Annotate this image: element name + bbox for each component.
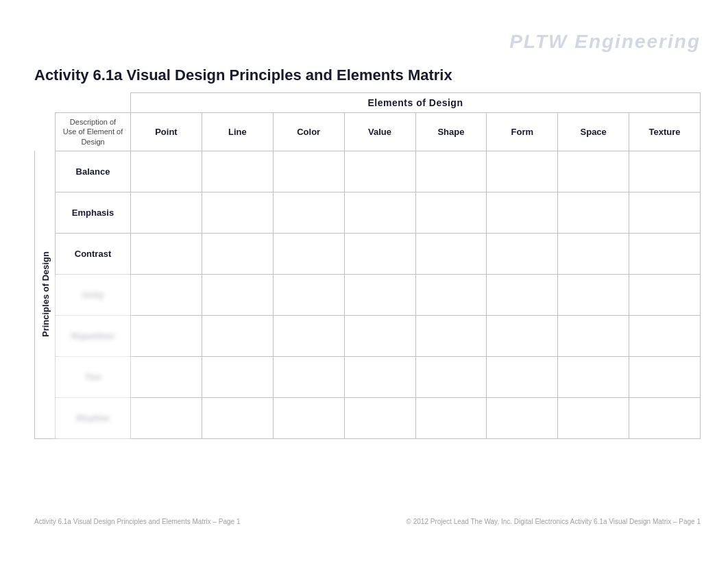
table-row: Tint [35,356,701,397]
row-label-rhythm: Rhythm [56,397,131,438]
data-cell[interactable] [487,356,558,397]
row-label-repetition: Repetition [56,315,131,356]
data-cell[interactable] [273,274,344,315]
table-row: Repetition [35,315,701,356]
page-title: Activity 6.1a Visual Design Principles a… [34,66,452,84]
data-cell[interactable] [202,192,273,233]
desc-header-cell: Description ofUse of Element ofDesign [56,113,131,151]
row-label-emphasis: Emphasis [56,192,131,233]
data-cell[interactable] [487,315,558,356]
data-cell[interactable] [131,356,202,397]
data-cell[interactable] [558,315,629,356]
data-cell[interactable] [415,356,487,397]
col-headers-row: Description ofUse of Element ofDesign Po… [35,113,701,151]
col-header-value: Value [344,113,415,151]
data-cell[interactable] [131,192,202,233]
data-cell[interactable] [344,151,415,192]
data-cell[interactable] [629,233,701,274]
data-cell[interactable] [415,151,487,192]
data-cell[interactable] [415,192,487,233]
data-cell[interactable] [415,233,487,274]
data-cell[interactable] [629,192,701,233]
data-cell[interactable] [202,233,273,274]
data-cell[interactable] [487,233,558,274]
data-cell[interactable] [629,315,701,356]
data-cell[interactable] [558,397,629,438]
data-cell[interactable] [415,274,487,315]
footer-left: Activity 6.1a Visual Design Principles a… [34,518,241,525]
data-cell[interactable] [629,274,701,315]
data-cell[interactable] [344,192,415,233]
data-cell[interactable] [131,151,202,192]
data-cell[interactable] [202,274,273,315]
col-header-point: Point [131,113,202,151]
data-cell[interactable] [131,315,202,356]
data-cell[interactable] [273,192,344,233]
col-header-shape: Shape [415,113,487,151]
data-cell[interactable] [344,274,415,315]
data-cell[interactable] [487,192,558,233]
data-cell[interactable] [344,397,415,438]
data-cell[interactable] [273,397,344,438]
data-cell[interactable] [629,397,701,438]
data-cell[interactable] [487,397,558,438]
data-cell[interactable] [629,356,701,397]
data-cell[interactable] [273,233,344,274]
data-cell[interactable] [131,233,202,274]
row-label-tint: Tint [56,356,131,397]
col-header-color: Color [273,113,344,151]
table-row: Emphasis [35,192,701,233]
footer-right: © 2012 Project Lead The Way, Inc. Digita… [407,518,701,525]
data-cell[interactable] [487,274,558,315]
data-cell[interactable] [131,397,202,438]
data-cell[interactable] [202,151,273,192]
elements-header-row: Elements of Design [35,93,701,113]
row-label-contrast: Contrast [56,233,131,274]
data-cell[interactable] [273,151,344,192]
data-cell[interactable] [558,192,629,233]
col-header-space: Space [558,113,629,151]
table-row: Rhythm [35,397,701,438]
col-header-texture: Texture [629,113,701,151]
data-cell[interactable] [344,356,415,397]
data-cell[interactable] [202,315,273,356]
row-label-balance: Balance [56,151,131,192]
data-cell[interactable] [344,315,415,356]
data-cell[interactable] [415,397,487,438]
table-row: Principles of DesignBalance [35,151,701,192]
data-cell[interactable] [344,233,415,274]
data-cell[interactable] [131,274,202,315]
data-cell[interactable] [273,356,344,397]
data-cell[interactable] [202,356,273,397]
row-label-unity: Unity [56,274,131,315]
data-cell[interactable] [629,151,701,192]
principles-of-design-label: Principles of Design [35,151,56,438]
col-header-line: Line [202,113,273,151]
data-cell[interactable] [558,151,629,192]
elements-of-design-label: Elements of Design [131,93,701,113]
col-header-form: Form [487,113,558,151]
table-row: Unity [35,274,701,315]
data-cell[interactable] [202,397,273,438]
data-cell[interactable] [273,315,344,356]
data-cell[interactable] [415,315,487,356]
matrix-container: Elements of Design Description ofUse of … [34,92,701,439]
data-cell[interactable] [558,356,629,397]
data-cell[interactable] [487,151,558,192]
data-cell[interactable] [558,274,629,315]
matrix-table: Elements of Design Description ofUse of … [34,92,701,439]
brand-watermark: PLTW Engineering [509,31,701,53]
data-cell[interactable] [558,233,629,274]
table-row: Contrast [35,233,701,274]
